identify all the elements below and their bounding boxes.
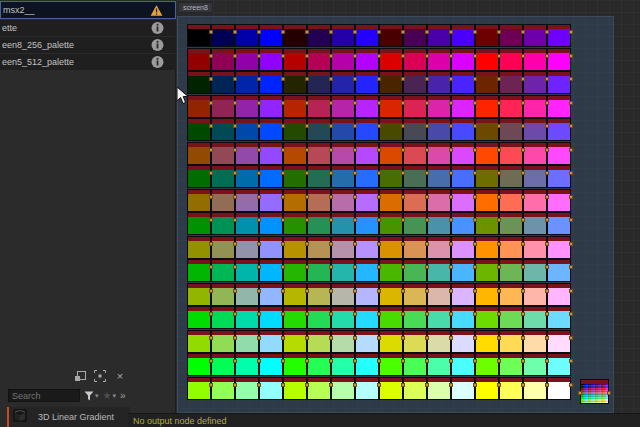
palette-color-node[interactable] [500,49,522,70]
output-connector-icon[interactable] [305,289,309,293]
output-connector-icon[interactable] [449,218,453,222]
palette-color-node[interactable] [236,260,258,281]
output-connector-icon[interactable] [401,218,405,222]
graph-item-ette[interactable]: ette [0,20,176,36]
palette-color-node[interactable] [188,331,210,352]
output-connector-icon[interactable] [449,101,453,105]
output-connector-icon[interactable] [473,124,477,128]
output-connector-icon[interactable] [545,77,549,81]
palette-color-node[interactable] [524,331,546,352]
output-connector-icon[interactable] [497,336,501,340]
palette-color-node[interactable] [524,190,546,211]
palette-color-node[interactable] [452,237,474,258]
palette-color-node[interactable] [428,143,450,164]
palette-color-node[interactable] [332,260,354,281]
palette-color-node[interactable] [500,72,522,93]
output-connector-icon[interactable] [449,124,453,128]
palette-color-node[interactable] [284,96,306,117]
output-connector-icon[interactable] [281,171,285,175]
palette-color-node[interactable] [284,307,306,328]
palette-color-node[interactable] [356,284,378,305]
output-connector-icon[interactable] [449,171,453,175]
palette-color-node[interactable] [452,213,474,234]
palette-color-node[interactable] [404,237,426,258]
palette-color-node[interactable] [404,96,426,117]
output-connector-icon[interactable] [449,148,453,152]
output-connector-icon[interactable] [569,312,573,316]
palette-color-node[interactable] [524,119,546,140]
input-connector-icon[interactable] [578,391,582,395]
output-connector-icon[interactable] [401,359,405,363]
output-connector-icon[interactable] [473,383,477,387]
output-connector-icon[interactable] [281,336,285,340]
palette-color-node[interactable] [428,213,450,234]
output-connector-icon[interactable] [257,336,261,340]
palette-color-node[interactable] [236,49,258,70]
palette-color-node[interactable] [404,331,426,352]
output-connector-icon[interactable] [521,148,525,152]
output-connector-icon[interactable] [257,101,261,105]
palette-color-node[interactable] [260,25,282,46]
output-connector-icon[interactable] [233,265,237,269]
palette-color-node[interactable] [356,166,378,187]
output-connector-icon[interactable] [209,101,213,105]
output-connector-icon[interactable] [281,54,285,58]
output-connector-icon[interactable] [497,54,501,58]
palette-color-node[interactable] [524,213,546,234]
output-connector-icon[interactable] [569,54,573,58]
palette-color-node[interactable] [476,331,498,352]
palette-color-node[interactable] [452,96,474,117]
palette-color-node[interactable] [188,143,210,164]
palette-color-node[interactable] [476,25,498,46]
palette-color-node[interactable] [188,25,210,46]
palette-color-node[interactable] [332,213,354,234]
output-connector-icon[interactable] [353,242,357,246]
palette-color-node[interactable] [380,166,402,187]
output-connector-icon[interactable] [425,171,429,175]
palette-color-node[interactable] [188,72,210,93]
output-connector-icon[interactable] [449,289,453,293]
output-connector-icon[interactable] [521,359,525,363]
output-connector-icon[interactable] [281,289,285,293]
output-connector-icon[interactable] [353,312,357,316]
output-connector-icon[interactable] [545,171,549,175]
palette-color-node[interactable] [380,49,402,70]
output-connector-icon[interactable] [233,77,237,81]
output-connector-icon[interactable] [425,289,429,293]
palette-color-node[interactable] [452,143,474,164]
palette-color-node[interactable] [284,260,306,281]
output-connector-icon[interactable] [305,218,309,222]
palette-color-node[interactable] [356,190,378,211]
palette-color-node[interactable] [308,143,330,164]
output-connector-icon[interactable] [545,54,549,58]
output-connector-icon[interactable] [377,359,381,363]
output-connector-icon[interactable] [545,218,549,222]
output-connector-icon[interactable] [473,54,477,58]
output-connector-icon[interactable] [473,242,477,246]
output-connector-icon[interactable] [521,312,525,316]
output-connector-icon[interactable] [233,195,237,199]
palette-color-node[interactable] [548,354,570,375]
output-connector-icon[interactable] [425,265,429,269]
palette-color-node[interactable] [236,25,258,46]
output-connector-icon[interactable] [401,312,405,316]
output-connector-icon[interactable] [305,195,309,199]
output-connector-icon[interactable] [305,265,309,269]
output-connector-icon[interactable] [449,77,453,81]
palette-color-node[interactable] [236,72,258,93]
palette-color-node[interactable] [356,143,378,164]
palette-color-node[interactable] [428,166,450,187]
output-connector-icon[interactable] [209,124,213,128]
output-connector-icon[interactable] [281,242,285,246]
output-connector-icon[interactable] [497,312,501,316]
output-connector-icon[interactable] [257,383,261,387]
output-connector-icon[interactable] [473,101,477,105]
output-connector-icon[interactable] [305,30,309,34]
palette-color-node[interactable] [524,307,546,328]
output-connector-icon[interactable] [521,101,525,105]
output-connector-icon[interactable] [425,30,429,34]
palette-color-node[interactable] [308,378,330,399]
output-connector-icon[interactable] [257,289,261,293]
palette-color-node[interactable] [356,96,378,117]
palette-color-node[interactable] [332,354,354,375]
